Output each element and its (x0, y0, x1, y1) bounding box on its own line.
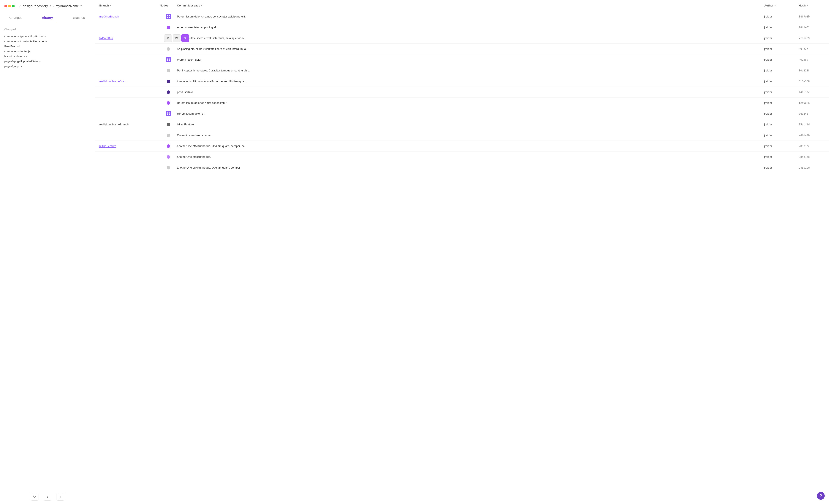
branch-name[interactable]: myBranchName (56, 4, 79, 8)
table-row[interactable]: reallyLongNameBra...tum lobortis. Ut com… (95, 76, 829, 87)
hash-cell: 013e368 (799, 80, 825, 83)
branch-sort-icon: ▾ (110, 4, 111, 7)
hash-cell: 285b1be (799, 155, 825, 158)
table-row[interactable]: Adipiscing elit. Nunc vulputate libero e… (95, 44, 829, 55)
commit-message: Nunc vulputate libero et velit interdum,… (177, 36, 764, 40)
file-item[interactable]: pages/_app.js (4, 64, 91, 69)
commit-message: Corem ipsum dolor sit amet (177, 134, 764, 137)
home-icon[interactable]: ⌂ (19, 4, 21, 8)
author-cell: jreider (764, 80, 799, 83)
table-row[interactable]: anotherOne efficitur neque. Ut diam quam… (95, 162, 829, 173)
author-cell: jreider (764, 144, 799, 148)
node-cell (160, 123, 177, 126)
branch-cell[interactable]: billingFeature (99, 144, 160, 148)
commit-message: anotherOne efficitur neque. Ut diam quam… (177, 144, 764, 148)
svg-rect-11 (169, 114, 170, 115)
commit-sort-icon: ▾ (201, 4, 202, 7)
commit-table: myOtherBranch Porem ipsum dolor sit amet… (95, 11, 829, 504)
table-header: Branch ▾ Nodes Commit Message ▾ Author ▾… (95, 0, 829, 11)
help-button[interactable]: ? (817, 492, 825, 500)
table-row[interactable]: postUserInfojreider14b61fc (95, 87, 829, 98)
svg-rect-1 (169, 15, 170, 16)
tab-stashes[interactable]: Stashes (63, 12, 95, 23)
table-row[interactable]: reallyLongNameBranchbillingFeaturejreide… (95, 119, 829, 130)
table-row[interactable]: Worem ipsum dolorjreider40758a (95, 55, 829, 65)
pull-icon: ↓ (47, 495, 48, 499)
author-cell: jreider (764, 134, 799, 137)
th-author[interactable]: Author ▾ (764, 4, 799, 7)
hash-cell: 14b61fc (799, 91, 825, 94)
branch-cell[interactable]: fixDateBug (99, 36, 160, 40)
push-button[interactable]: ↑ (57, 493, 64, 501)
file-item[interactable]: layout.module.css (4, 54, 91, 59)
file-item[interactable]: pages/api/getUpdatedData.js (4, 59, 91, 64)
node-cell (160, 101, 177, 105)
repo-dropdown-icon[interactable]: ▾ (50, 4, 51, 7)
refresh-icon: ↻ (33, 495, 36, 499)
hash-cell: f0a2188 (799, 69, 825, 72)
commit-message: anotherOne efficitur neque. (177, 155, 764, 158)
minimize-button[interactable] (8, 5, 11, 7)
commit-message: tum lobortis. Ut commodo efficitur neque… (177, 80, 764, 83)
author-cell: jreider (764, 123, 799, 126)
node-cell (160, 14, 177, 19)
right-panel: Branch ▾ Nodes Commit Message ▾ Author ▾… (95, 0, 829, 504)
branch-cell[interactable]: myOtherBranch (99, 15, 160, 18)
branch-cell[interactable]: reallyLongNameBra... (99, 80, 160, 83)
table-row[interactable]: fixDateBugNunc vulputate libero et velit… (95, 33, 829, 44)
file-list: components/generic/rightArrow.jscomponen… (4, 34, 91, 69)
table-row[interactable]: Amet, consectetur adipiscing elit.jreide… (95, 22, 829, 33)
hash-cell: fee9c2a (799, 102, 825, 105)
svg-rect-0 (167, 15, 168, 16)
pull-button[interactable]: ↓ (44, 493, 51, 501)
file-item[interactable]: components/generic/rightArrow.js (4, 34, 91, 39)
tabs: Changes History Stashes (0, 12, 95, 23)
table-row[interactable]: Horem ipsum dolor sitjreiderced248 (95, 108, 829, 119)
undo-button[interactable]: ↺ (164, 34, 172, 42)
table-row[interactable]: billingFeatureanotherOne efficitur neque… (95, 141, 829, 151)
node-cell (160, 134, 177, 137)
close-button[interactable] (4, 5, 7, 7)
file-item[interactable]: components/constants/filename.md (4, 39, 91, 44)
author-cell: jreider (764, 166, 799, 169)
svg-rect-9 (169, 112, 170, 113)
table-row[interactable]: myOtherBranch Porem ipsum dolor sit amet… (95, 11, 829, 22)
refresh-button[interactable]: ↻ (31, 493, 38, 501)
svg-rect-10 (167, 114, 168, 115)
file-item[interactable]: components/footer.js (4, 49, 91, 54)
author-cell: jreider (764, 36, 799, 40)
breadcrumb-separator: › (53, 4, 54, 8)
table-row[interactable]: Corem ipsum dolor sit ametjreiderad2da20 (95, 130, 829, 141)
branch-cell[interactable]: reallyLongNameBranch (99, 123, 160, 126)
tab-changes[interactable]: Changes (0, 12, 32, 23)
author-cell: jreider (764, 69, 799, 72)
author-cell: jreider (764, 155, 799, 158)
table-row[interactable]: Per inceptos himenaeos. Curabitur tempus… (95, 65, 829, 76)
table-row[interactable]: Borem ipsum dolor sit amet consecteturjr… (95, 98, 829, 108)
commit-message: Horem ipsum dolor sit (177, 112, 764, 115)
table-row[interactable]: anotherOne efficitur neque.jreider285b1b… (95, 151, 829, 162)
node-cell (160, 155, 177, 159)
author-cell: jreider (764, 112, 799, 115)
hash-cell: ced248 (799, 112, 825, 115)
file-item[interactable]: ReadMe.md (4, 44, 91, 49)
th-commit-message[interactable]: Commit Message ▾ (177, 4, 764, 7)
node-cell (160, 69, 177, 72)
repo-name[interactable]: designRepository (23, 4, 48, 8)
hash-cell: 285b1be (799, 166, 825, 169)
svg-rect-5 (169, 59, 170, 60)
maximize-button[interactable] (12, 5, 15, 7)
th-branch[interactable]: Branch ▾ (99, 4, 160, 7)
hash-sort-icon: ▾ (806, 4, 808, 7)
author-cell: jreider (764, 15, 799, 18)
hash-cell: f4f7e8b (799, 15, 825, 18)
window-controls (4, 5, 15, 7)
branch-dropdown-icon[interactable]: ▾ (80, 4, 82, 7)
th-hash[interactable]: Hash ▾ (799, 4, 825, 7)
node-cell (160, 91, 177, 94)
hash-cell: 28b1e51 (799, 26, 825, 29)
author-cell: jreider (764, 47, 799, 50)
edit-button[interactable]: ✎ (181, 34, 189, 42)
view-button[interactable]: 👁 (173, 34, 180, 42)
tab-history[interactable]: History (32, 12, 63, 23)
